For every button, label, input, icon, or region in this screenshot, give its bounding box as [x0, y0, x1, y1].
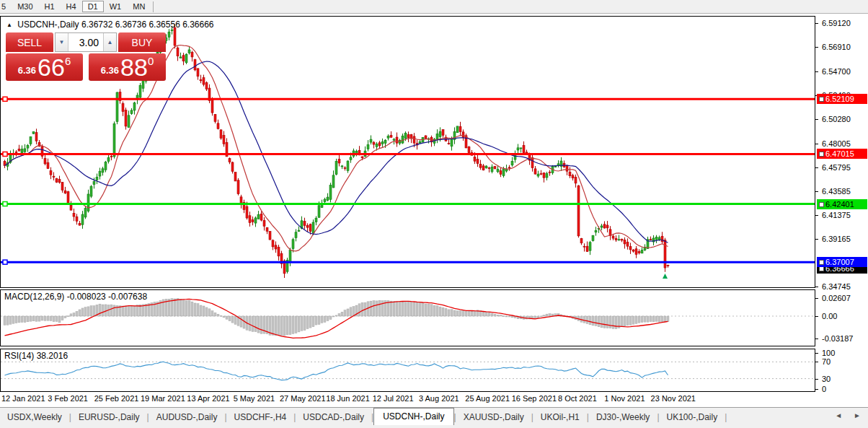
chart-tab-usdchf-h4[interactable]: USDCHF-,H4	[227, 410, 294, 425]
timeframe-toolbar: 5M30H1H4D1W1MN	[0, 0, 868, 14]
ohlc-close: 6.36666	[182, 19, 213, 30]
macd-label: MACD(12,26,9) -0.008023 -0.007638	[4, 292, 147, 302]
axis-tick-label: 6.34745	[822, 282, 851, 291]
date-label: 1 Nov 2021	[604, 394, 645, 403]
axis-tick-mark	[815, 23, 818, 24]
chart-tab-xauusd-daily[interactable]: XAUUSD-,Daily	[456, 410, 531, 425]
volume-spinner: ▼ 3.00 ▲	[55, 32, 117, 52]
date-label: 25 Aug 2021	[465, 394, 510, 403]
toolbar-separator	[153, 1, 154, 12]
chevron-down-icon: ▼	[59, 39, 65, 45]
axis-tick-label: 6.59120	[822, 19, 851, 27]
axis-tick-mark	[815, 144, 818, 144]
timeframe-button-h4[interactable]: H4	[61, 1, 82, 12]
timeframe-button-d1[interactable]: D1	[82, 1, 104, 12]
chart-tab-eurusd-daily[interactable]: EURUSD-,Daily	[71, 410, 147, 425]
axis-tick-label: -0.03187	[822, 334, 853, 343]
date-label: 18 Jun 2021	[326, 394, 370, 403]
chart-symbol: USDCNH-,Daily	[17, 19, 79, 30]
buy-button[interactable]: BUY	[118, 32, 166, 52]
date-label: 3 Aug 2021	[419, 394, 459, 403]
chart-tab-usdcad-daily[interactable]: USDCAD-,Daily	[296, 410, 371, 425]
axis-tick-mark	[815, 379, 818, 380]
axis-tick-label: 6.39165	[822, 235, 851, 243]
status-strip	[0, 425, 868, 428]
chart-tab-dj30-weekly[interactable]: DJ30-,Weekly	[589, 410, 657, 425]
buy-price-prefix: 6.36	[101, 65, 119, 76]
tab-scroll-buttons: ◄ ►	[835, 411, 861, 419]
chart-tab-ukoil-h1[interactable]: UKOil-,H1	[533, 410, 587, 425]
buy-price-sup: 0	[148, 55, 154, 67]
date-label: 25 Feb 2021	[94, 394, 139, 403]
axis-tick-mark	[815, 298, 818, 299]
chart-tab-audusd-daily[interactable]: AUDUSD-,Daily	[149, 410, 225, 425]
price-chart-pane[interactable]: ▲ USDCNH-,Daily 6.36732 6.36736 6.36556 …	[0, 16, 815, 288]
date-label: 19 Mar 2021	[141, 394, 185, 403]
axis-tick-mark	[815, 215, 818, 216]
axis-tick-label: 6.48005	[822, 139, 851, 148]
ohlc-open: 6.36732	[81, 19, 112, 30]
axis-tick-mark	[815, 287, 818, 287]
rsi-label: RSI(14) 38.2016	[4, 351, 68, 361]
date-label: 27 May 2021	[280, 394, 326, 403]
axis-tick-label: 6.41375	[822, 211, 851, 219]
ohlc-low: 6.36556	[149, 19, 180, 30]
buy-price-big: 88	[120, 55, 148, 79]
sell-price-big: 66	[37, 55, 65, 79]
macd-indicator-pane[interactable]: MACD(12,26,9) -0.008023 -0.007638	[0, 289, 815, 346]
axis-tick-mark	[815, 316, 818, 317]
sell-button[interactable]: SELL	[6, 32, 53, 52]
tab-scroll-right-icon[interactable]: ►	[854, 411, 861, 419]
hline-price-label: 6.47015	[817, 149, 867, 159]
sell-price-sup: 6	[65, 55, 71, 67]
axis-tick-label: 0.02607	[822, 294, 851, 302]
date-label: 23 Nov 2021	[651, 394, 696, 403]
chart-tab-usdx-weekly[interactable]: USDX,Weekly	[0, 410, 69, 425]
timeframe-button-h1[interactable]: H1	[39, 1, 61, 12]
axis-tick-mark	[815, 119, 818, 120]
date-label: 5 May 2021	[234, 394, 275, 403]
axis-tick-label: 0	[822, 385, 826, 393]
chart-tab-usdcnh-daily[interactable]: USDCNH-,Daily	[373, 408, 453, 425]
rsi-chart[interactable]	[1, 349, 815, 391]
axis-tick-label: 6.43585	[822, 187, 851, 196]
axis-tick-mark	[815, 191, 818, 192]
timeframe-button-w1[interactable]: W1	[104, 1, 128, 12]
timeframe-button-5[interactable]: 5	[0, 1, 12, 12]
volume-increase-button[interactable]: ▲	[103, 33, 116, 51]
axis-tick-mark	[815, 47, 818, 48]
chart-title: ▲ USDCNH-,Daily 6.36732 6.36736 6.36556 …	[6, 19, 214, 30]
volume-decrease-button[interactable]: ▼	[56, 33, 68, 51]
rsi-indicator-pane[interactable]: RSI(14) 38.2016	[0, 349, 815, 392]
axis-tick-mark	[815, 353, 818, 354]
one-click-trading-panel: SELL ▼ 3.00 ▲ BUY 6.36 66 6	[6, 32, 166, 81]
axis-tick-label: 30	[822, 375, 831, 383]
axis-tick-label: 6.50280	[822, 115, 851, 123]
date-label: 12 Jul 2021	[373, 394, 414, 403]
axis-tick-mark	[815, 362, 818, 362]
axis-tick-label: 0.00	[822, 312, 837, 320]
timeframe-button-m30[interactable]: M30	[12, 1, 38, 12]
axis-tick-mark	[815, 167, 818, 168]
chevron-up-icon: ▲	[107, 39, 113, 45]
buy-price-display[interactable]: 6.36 88 0	[89, 53, 166, 81]
axis-tick-label: 6.56910	[822, 43, 851, 51]
price-axis[interactable]: 6.591206.569106.547006.524906.502806.480…	[815, 14, 868, 407]
axis-tick-mark	[815, 339, 818, 339]
date-label: 8 Oct 2021	[558, 394, 597, 403]
axis-tick-label: 6.54700	[822, 67, 851, 76]
volume-input[interactable]: 3.00	[68, 33, 103, 51]
hline-price-label: 6.52109	[817, 94, 867, 104]
date-label: 13 Apr 2021	[187, 394, 229, 403]
tab-scroll-left-icon[interactable]: ◄	[835, 411, 842, 419]
date-label: 12 Jan 2021	[1, 394, 45, 403]
time-axis[interactable]: 12 Jan 20213 Feb 202125 Feb 202119 Mar 2…	[0, 392, 815, 407]
axis-tick-label: 6.45795	[822, 163, 851, 172]
timeframe-button-mn[interactable]: MN	[127, 1, 151, 12]
collapse-icon[interactable]: ▲	[6, 22, 12, 28]
tab-separator: |	[725, 412, 727, 425]
chart-tab-uk100-daily[interactable]: UK100-,Daily	[660, 410, 725, 425]
sell-price-display[interactable]: 6.36 66 6	[6, 53, 83, 81]
hline-price-label: 6.37007	[817, 257, 867, 267]
axis-tick-mark	[815, 389, 818, 390]
